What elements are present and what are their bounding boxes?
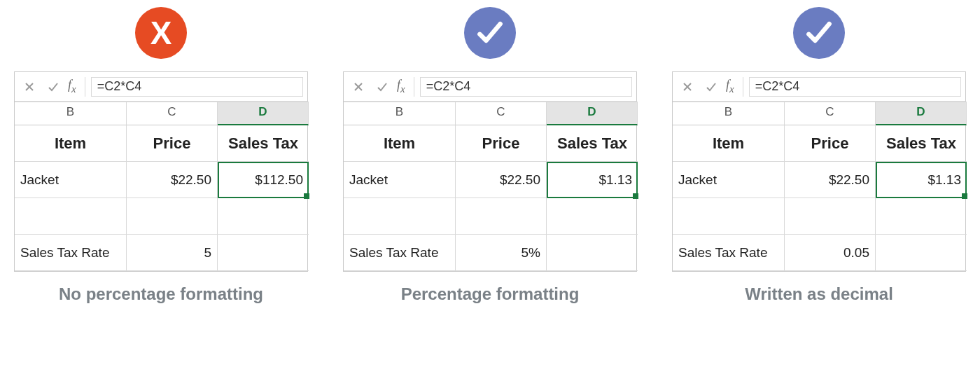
x-icon bbox=[353, 81, 364, 92]
formula-bar: fx =C2*C4 bbox=[673, 72, 965, 102]
header-tax[interactable]: Sales Tax bbox=[218, 125, 309, 162]
cross-badge: X bbox=[135, 7, 187, 59]
cell-empty[interactable] bbox=[876, 198, 967, 235]
header-price[interactable]: Price bbox=[785, 125, 876, 162]
formula-bar: fx =C2*C4 bbox=[15, 72, 307, 102]
cell-price[interactable]: $22.50 bbox=[127, 162, 218, 198]
cell-empty[interactable] bbox=[218, 198, 309, 235]
panel-caption: No percentage formatting bbox=[59, 284, 263, 304]
check-icon bbox=[706, 81, 717, 92]
cell-item[interactable]: Jacket bbox=[344, 162, 456, 198]
cell-tax[interactable]: $1.13 bbox=[547, 162, 638, 198]
panel-no-formatting: X fx =C2*C4 B C D Item Price Sales Ta bbox=[14, 7, 308, 304]
divider bbox=[414, 77, 414, 97]
check-icon bbox=[377, 81, 388, 92]
col-header-b[interactable]: B bbox=[673, 102, 785, 125]
fx-icon: fx bbox=[397, 78, 405, 95]
x-icon: X bbox=[150, 17, 172, 49]
col-header-c[interactable]: C bbox=[785, 102, 876, 125]
fx-icon: fx bbox=[68, 78, 76, 95]
header-item[interactable]: Item bbox=[673, 125, 785, 162]
cell-empty[interactable] bbox=[15, 198, 127, 235]
header-tax[interactable]: Sales Tax bbox=[547, 125, 638, 162]
cell-empty[interactable] bbox=[547, 235, 638, 271]
col-header-c[interactable]: C bbox=[456, 102, 547, 125]
cell-tax[interactable]: $112.50 bbox=[218, 162, 309, 198]
cell-tax[interactable]: $1.13 bbox=[876, 162, 967, 198]
cell-empty[interactable] bbox=[876, 235, 967, 271]
cell-rate-label[interactable]: Sales Tax Rate bbox=[673, 235, 785, 271]
formula-accept-button[interactable] bbox=[701, 76, 722, 97]
grid: B C D Item Price Sales Tax Jacket $22.50… bbox=[673, 102, 965, 271]
divider bbox=[85, 77, 85, 97]
header-price[interactable]: Price bbox=[456, 125, 547, 162]
fx-icon: fx bbox=[726, 78, 734, 95]
formula-input[interactable]: =C2*C4 bbox=[420, 77, 632, 97]
check-icon bbox=[475, 18, 505, 48]
formula-input[interactable]: =C2*C4 bbox=[91, 77, 303, 97]
formula-cancel-button[interactable] bbox=[677, 76, 698, 97]
header-item[interactable]: Item bbox=[344, 125, 456, 162]
cell-rate-value[interactable]: 0.05 bbox=[785, 235, 876, 271]
formula-accept-button[interactable] bbox=[372, 76, 393, 97]
panel-percentage: fx =C2*C4 B C D Item Price Sales Tax Jac… bbox=[343, 7, 637, 304]
col-header-c[interactable]: C bbox=[127, 102, 218, 125]
formula-accept-button[interactable] bbox=[43, 76, 64, 97]
x-icon bbox=[682, 81, 693, 92]
formula-input[interactable]: =C2*C4 bbox=[749, 77, 961, 97]
cell-empty[interactable] bbox=[547, 198, 638, 235]
col-header-b[interactable]: B bbox=[15, 102, 127, 125]
check-icon bbox=[804, 18, 834, 48]
cell-rate-label[interactable]: Sales Tax Rate bbox=[15, 235, 127, 271]
cell-rate-value[interactable]: 5 bbox=[127, 235, 218, 271]
cell-rate-value[interactable]: 5% bbox=[456, 235, 547, 271]
cell-empty[interactable] bbox=[673, 198, 785, 235]
col-header-b[interactable]: B bbox=[344, 102, 456, 125]
panel-caption: Percentage formatting bbox=[401, 284, 580, 304]
check-icon bbox=[48, 81, 59, 92]
header-price[interactable]: Price bbox=[127, 125, 218, 162]
divider bbox=[743, 77, 743, 97]
formula-bar: fx =C2*C4 bbox=[344, 72, 636, 102]
comparison-row: X fx =C2*C4 B C D Item Price Sales Ta bbox=[14, 7, 966, 304]
cell-empty[interactable] bbox=[127, 198, 218, 235]
check-badge bbox=[793, 7, 845, 59]
formula-cancel-button[interactable] bbox=[19, 76, 40, 97]
header-item[interactable]: Item bbox=[15, 125, 127, 162]
cell-price[interactable]: $22.50 bbox=[785, 162, 876, 198]
cell-rate-label[interactable]: Sales Tax Rate bbox=[344, 235, 456, 271]
panel-decimal: fx =C2*C4 B C D Item Price Sales Tax Jac… bbox=[672, 7, 966, 304]
panel-caption: Written as decimal bbox=[745, 284, 893, 304]
x-icon bbox=[24, 81, 35, 92]
cell-item[interactable]: Jacket bbox=[673, 162, 785, 198]
header-tax[interactable]: Sales Tax bbox=[876, 125, 967, 162]
col-header-d[interactable]: D bbox=[547, 102, 638, 125]
spreadsheet: fx =C2*C4 B C D Item Price Sales Tax Jac… bbox=[672, 71, 966, 272]
check-badge bbox=[464, 7, 516, 59]
cell-empty[interactable] bbox=[218, 235, 309, 271]
cell-empty[interactable] bbox=[785, 198, 876, 235]
cell-item[interactable]: Jacket bbox=[15, 162, 127, 198]
grid: B C D Item Price Sales Tax Jacket $22.50… bbox=[344, 102, 636, 271]
col-header-d[interactable]: D bbox=[218, 102, 309, 125]
grid: B C D Item Price Sales Tax Jacket $22.50… bbox=[15, 102, 307, 271]
spreadsheet: fx =C2*C4 B C D Item Price Sales Tax Jac… bbox=[14, 71, 308, 272]
cell-empty[interactable] bbox=[344, 198, 456, 235]
spreadsheet: fx =C2*C4 B C D Item Price Sales Tax Jac… bbox=[343, 71, 637, 272]
col-header-d[interactable]: D bbox=[876, 102, 967, 125]
formula-cancel-button[interactable] bbox=[348, 76, 369, 97]
cell-empty[interactable] bbox=[456, 198, 547, 235]
cell-price[interactable]: $22.50 bbox=[456, 162, 547, 198]
